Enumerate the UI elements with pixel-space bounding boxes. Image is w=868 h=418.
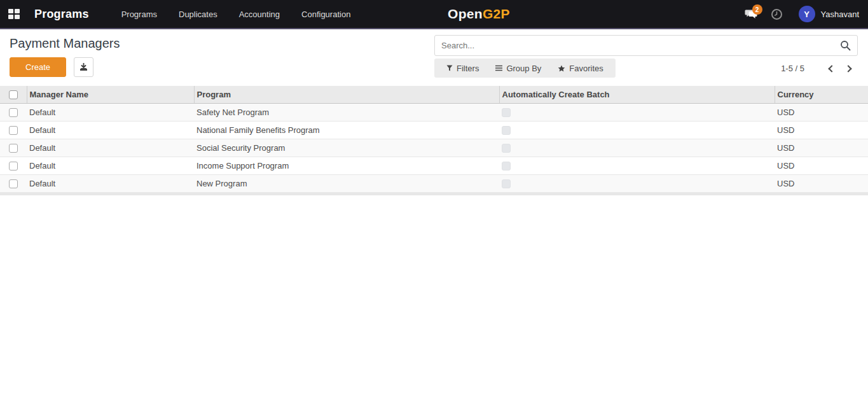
filter-icon	[446, 65, 453, 71]
auto-create-batch-checkbox	[502, 144, 511, 153]
menu-item-accounting[interactable]: Accounting	[228, 1, 291, 28]
logo-text-open: Open	[448, 6, 483, 22]
cell-program: Safety Net Program	[194, 103, 499, 121]
column-header-program[interactable]: Program	[194, 86, 499, 103]
row-select-checkbox[interactable]	[9, 144, 18, 153]
pager-next-button[interactable]	[843, 60, 857, 76]
page-title: Payment Managers	[10, 36, 120, 51]
cell-manager-name: Default	[27, 103, 194, 121]
apps-menu-button[interactable]	[1, 0, 27, 28]
column-header-auto-create-batch[interactable]: Automatically Create Batch	[499, 86, 775, 103]
row-select-checkbox[interactable]	[9, 108, 18, 117]
table-end-divider	[0, 193, 868, 195]
group-by-button[interactable]: Group By	[487, 59, 549, 78]
menu-item-configuration[interactable]: Configuration	[291, 1, 361, 28]
menu-item-duplicates[interactable]: Duplicates	[168, 1, 228, 28]
row-select-checkbox[interactable]	[9, 126, 18, 135]
search-input[interactable]	[435, 36, 837, 55]
pager: 1-5 / 5	[781, 59, 857, 78]
pager-range: 1-5 / 5	[781, 64, 804, 73]
star-icon	[558, 65, 565, 72]
column-header-manager-name[interactable]: Manager Name	[27, 86, 194, 103]
table-row[interactable]: Default Social Security Program USD	[0, 139, 868, 157]
user-name: Yashavant	[821, 10, 859, 19]
cell-currency: USD	[775, 139, 868, 157]
pager-previous-button[interactable]	[823, 60, 837, 76]
cell-program: Social Security Program	[194, 139, 499, 157]
download-icon	[79, 63, 88, 71]
chevron-left-icon	[828, 65, 835, 72]
cell-program: Income Support Program	[194, 157, 499, 174]
cell-manager-name: Default	[27, 139, 194, 157]
column-header-currency[interactable]: Currency	[775, 86, 868, 103]
cell-currency: USD	[775, 103, 868, 121]
control-panel: Payment Managers Create Filters	[0, 29, 868, 86]
top-navbar: Programs Programs Duplicates Accounting …	[0, 0, 868, 29]
favorites-button[interactable]: Favorites	[549, 59, 611, 78]
menu-item-programs[interactable]: Programs	[111, 1, 168, 28]
row-select-checkbox[interactable]	[9, 162, 18, 171]
filters-button[interactable]: Filters	[438, 59, 487, 78]
payment-managers-table-body: Default Safety Net Program USD Default N…	[0, 103, 868, 192]
apps-grid-icon	[8, 9, 20, 19]
user-menu[interactable]: Y Yashavant	[799, 6, 859, 22]
filter-toolbar: Filters Group By Favorites	[434, 59, 616, 78]
auto-create-batch-checkbox	[502, 126, 511, 135]
table-row[interactable]: Default National Family Benefits Program…	[0, 121, 868, 139]
filters-label: Filters	[457, 64, 479, 73]
table-row[interactable]: Default Income Support Program USD	[0, 157, 868, 174]
table-header: Manager Name Program Automatically Creat…	[0, 86, 868, 103]
cell-currency: USD	[775, 174, 868, 192]
user-avatar: Y	[799, 6, 815, 22]
auto-create-batch-checkbox	[502, 108, 511, 117]
cell-currency: USD	[775, 121, 868, 139]
export-button[interactable]	[74, 57, 93, 77]
create-button[interactable]: Create	[10, 57, 66, 77]
activities-button[interactable]	[767, 4, 787, 24]
cell-currency: USD	[775, 157, 868, 174]
row-select-checkbox[interactable]	[9, 179, 18, 188]
app-brand-title[interactable]: Programs	[34, 8, 89, 21]
cell-program: National Family Benefits Program	[194, 121, 499, 139]
group-by-label: Group By	[506, 64, 541, 73]
auto-create-batch-checkbox	[502, 162, 511, 171]
favorites-label: Favorites	[569, 64, 603, 73]
group-by-icon	[495, 65, 502, 71]
payment-managers-table: Manager Name Program Automatically Creat…	[0, 86, 868, 193]
main-menu: Programs Duplicates Accounting Configura…	[111, 1, 362, 28]
action-buttons: Create	[10, 57, 93, 77]
table-row[interactable]: Default Safety Net Program USD	[0, 103, 868, 121]
clock-icon	[771, 8, 783, 20]
navbar-right-section: 2 Y Yashavant	[741, 4, 868, 24]
cell-manager-name: Default	[27, 121, 194, 139]
chevron-right-icon	[844, 65, 851, 72]
openg2p-logo: OpenG2P	[448, 0, 510, 28]
search-submit-button[interactable]	[837, 40, 857, 51]
messages-badge: 2	[752, 4, 762, 15]
search-box	[434, 35, 858, 56]
messages-button[interactable]: 2	[741, 4, 762, 24]
select-all-checkbox[interactable]	[9, 90, 18, 99]
cell-manager-name: Default	[27, 174, 194, 192]
cell-program: New Program	[194, 174, 499, 192]
auto-create-batch-checkbox	[502, 179, 511, 188]
search-icon	[840, 40, 851, 51]
logo-text-g2p: G2P	[483, 6, 510, 22]
table-row[interactable]: Default New Program USD	[0, 174, 868, 192]
cell-manager-name: Default	[27, 157, 194, 174]
